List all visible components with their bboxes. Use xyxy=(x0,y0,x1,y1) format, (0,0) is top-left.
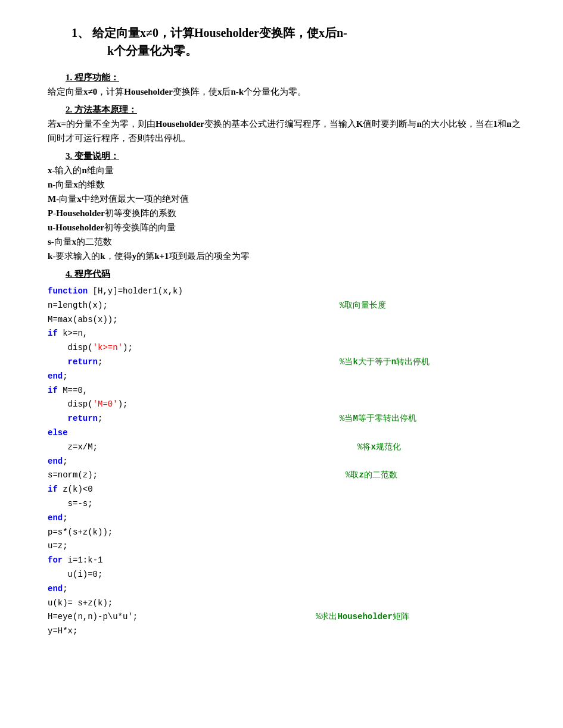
code-line-14: s=norm(z); %取z的二范数 xyxy=(48,468,527,483)
section-3-heading: 3. 变量说明： xyxy=(66,149,527,163)
code-line-19: u=z; xyxy=(48,539,527,554)
section-1-heading: 1. 程序功能： xyxy=(66,70,527,85)
code-line-11: else xyxy=(48,426,527,440)
var-s: s-向量x的二范数 xyxy=(48,235,527,249)
code-line-23: u(k)= s+z(k); xyxy=(48,596,527,611)
code-line-2: n=length(x); %取向量长度 xyxy=(48,299,527,313)
code-line-16: s=-s; xyxy=(48,497,527,511)
code-line-22: end; xyxy=(48,582,527,596)
code-line-9: disp('M=0'); xyxy=(48,398,527,412)
section-2-heading: 2. 方法基本原理： xyxy=(66,102,527,117)
code-block: function [H,y]=holder1(x,k) n=length(x);… xyxy=(48,285,527,639)
section-4-heading: 4. 程序代码 xyxy=(66,267,527,281)
code-line-10: return; %当M等于零转出停机 xyxy=(48,412,527,426)
main-title: 1、 给定向量x≠0，计算Householder变换阵，使x后n- k个分量化为… xyxy=(48,24,527,60)
section-2: 2. 方法基本原理： 若x=的分量不全为零，则由Householder变换的基本… xyxy=(48,102,527,145)
var-k: k-要求输入的k，使得y的第k+1项到最后的项全为零 xyxy=(48,249,527,263)
code-line-5: disp('k>=n'); xyxy=(48,341,527,355)
code-line-13: end; xyxy=(48,455,527,469)
page-container: 1、 给定向量x≠0，计算Householder变换阵，使x后n- k个分量化为… xyxy=(48,24,527,639)
code-line-24: H=eye(n,n)-p\u*u'; %求出Householder矩阵 xyxy=(48,610,527,624)
code-line-3: M=max(abs(x)); xyxy=(48,313,527,327)
code-line-6: return; %当k大于等于n转出停机 xyxy=(48,355,527,370)
section-1-body: 给定向量x≠0，计算Householder变换阵，使x后n-k个分量化为零。 xyxy=(48,85,527,99)
code-line-18: p=s*(s+z(k)); xyxy=(48,526,527,540)
code-line-20: for i=1:k-1 xyxy=(48,554,527,568)
var-m: M-向量x中绝对值最大一项的绝对值 xyxy=(48,192,527,206)
code-line-8: if M==0, xyxy=(48,384,527,398)
section-2-body: 若x=的分量不全为零，则由Householder变换的基本公式进行编写程序，当输… xyxy=(48,117,527,145)
section-4: 4. 程序代码 xyxy=(48,267,527,281)
var-u: u-Householder初等变换阵的向量 xyxy=(48,220,527,235)
code-line-12: z=x/M; %将x规范化 xyxy=(48,440,527,455)
var-n: n-向量x的维数 xyxy=(48,177,527,192)
title-line2: k个分量化为零。 xyxy=(107,44,197,57)
code-line-7: end; xyxy=(48,370,527,384)
code-line-17: end; xyxy=(48,511,527,526)
code-line-25: y=H*x; xyxy=(48,624,527,639)
code-line-21: u(i)=0; xyxy=(48,568,527,582)
var-x: x-输入的n维向量 xyxy=(48,163,527,177)
var-p: P-Householder初等变换阵的系数 xyxy=(48,206,527,220)
section-3: 3. 变量说明： x-输入的n维向量 n-向量x的维数 M-向量x中绝对值最大一… xyxy=(48,149,527,263)
title-line1: 1、 给定向量x≠0，计算Householder变换阵，使x后n- xyxy=(71,26,347,39)
code-line-1: function [H,y]=holder1(x,k) xyxy=(48,285,527,299)
code-line-4: if k>=n, xyxy=(48,327,527,341)
title-section: 1、 给定向量x≠0，计算Householder变换阵，使x后n- k个分量化为… xyxy=(48,24,527,60)
section-1: 1. 程序功能： 给定向量x≠0，计算Householder变换阵，使x后n-k… xyxy=(48,70,527,99)
code-line-15: if z(k)<0 xyxy=(48,483,527,497)
